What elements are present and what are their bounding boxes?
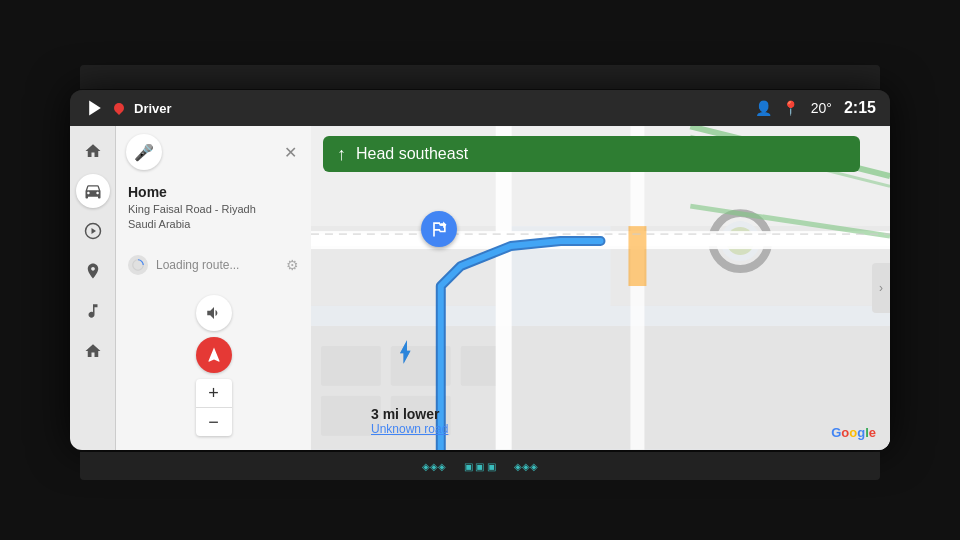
zoom-controls: + − <box>196 379 232 436</box>
nav-arrow-icon: ↑ <box>337 144 346 165</box>
turn-indicator <box>421 211 457 247</box>
clock-display: 2:15 <box>844 99 876 117</box>
mic-button[interactable]: 🎤 <box>126 134 162 170</box>
sidebar-item-media[interactable] <box>76 214 110 248</box>
nav-panel-header: 🎤 ✕ <box>116 126 311 178</box>
map-background <box>311 126 890 450</box>
svg-marker-0 <box>89 101 101 116</box>
distance-text: 3 mi lower <box>371 406 448 422</box>
sidebar-item-home[interactable] <box>76 134 110 168</box>
main-content: 🎤 ✕ Home King Faisal Road - Riyadh Saudi… <box>70 126 890 450</box>
temperature-display: 20° <box>811 100 832 116</box>
svg-rect-19 <box>630 126 644 449</box>
svg-rect-20 <box>628 226 646 286</box>
sidebar <box>70 126 116 450</box>
nav-instruction-text: Head southeast <box>356 145 468 163</box>
map-expand-button[interactable]: › <box>872 263 890 313</box>
loading-text: Loading route... <box>156 258 239 272</box>
loading-spinner <box>128 255 148 275</box>
zoom-out-button[interactable]: − <box>196 408 232 436</box>
distance-info: 3 mi lower Unknown road <box>371 406 448 436</box>
destination-name: Home <box>128 184 299 200</box>
nav-banner: ↑ Head southeast <box>323 136 860 172</box>
nav-panel: 🎤 ✕ Home King Faisal Road - Riyadh Saudi… <box>116 126 311 450</box>
app-icon[interactable] <box>84 97 106 119</box>
zoom-in-button[interactable]: + <box>196 379 232 407</box>
svg-marker-2 <box>91 228 96 234</box>
svg-rect-8 <box>321 346 381 386</box>
bezel-indicator-1: ◈◈◈ <box>422 461 446 472</box>
destination-address: King Faisal Road - Riyadh Saudi Arabia <box>128 202 299 233</box>
location-pin-icon <box>112 101 126 115</box>
navigate-button[interactable] <box>196 337 232 373</box>
sidebar-item-music[interactable] <box>76 294 110 328</box>
sidebar-item-navigation[interactable] <box>76 254 110 288</box>
car-position-marker <box>393 338 421 370</box>
map-area[interactable]: ↑ Head southeast <box>311 126 890 450</box>
mic-icon: 🎤 <box>134 143 154 162</box>
location-icon: 📍 <box>782 100 799 116</box>
bezel-indicator-2: ▣ ▣ ▣ <box>464 461 497 472</box>
sound-button[interactable] <box>196 295 232 331</box>
road-name: Unknown road <box>371 422 448 436</box>
filter-icon[interactable]: ⚙ <box>286 257 299 273</box>
svg-rect-18 <box>496 126 512 449</box>
bezel-indicator-3: ◈◈◈ <box>514 461 538 472</box>
destination-info: Home King Faisal Road - Riyadh Saudi Ara… <box>116 178 311 243</box>
sidebar-item-car[interactable] <box>76 174 110 208</box>
driver-label: Driver <box>134 101 172 116</box>
close-button[interactable]: ✕ <box>279 141 301 163</box>
top-bar: Driver 👤 📍 20° 2:15 <box>70 90 890 126</box>
loading-row: Loading route... ⚙ <box>116 247 311 283</box>
person-icon: 👤 <box>755 100 772 116</box>
sidebar-item-home2[interactable] <box>76 334 110 368</box>
google-watermark: Google <box>831 425 876 440</box>
